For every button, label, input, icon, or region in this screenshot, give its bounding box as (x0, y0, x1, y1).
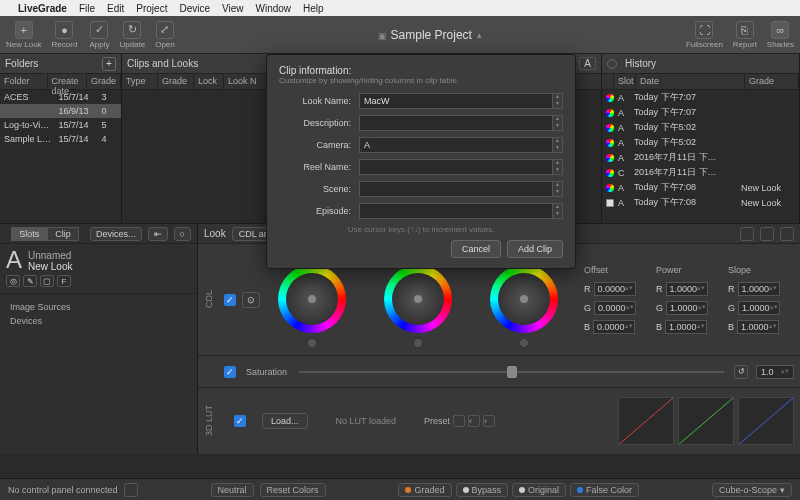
history-row[interactable]: AToday 下午7:07 (602, 105, 799, 120)
field-input-4[interactable] (359, 181, 553, 197)
slot-icon-2[interactable]: ✎ (23, 275, 37, 287)
lut-enable-checkbox[interactable]: ✓ (234, 415, 246, 427)
field-input-5[interactable] (359, 203, 553, 219)
preset-next-icon[interactable]: › (483, 415, 495, 427)
color-wheel-power[interactable] (384, 265, 452, 333)
history-row[interactable]: C2016年7月11日 下… (602, 165, 799, 180)
look-action-1[interactable] (740, 227, 754, 241)
stepper[interactable]: ▲▼ (553, 181, 563, 197)
offset-g-input[interactable]: 0.0000▴▾ (594, 301, 636, 315)
lut-preset[interactable]: Preset‹› (424, 415, 495, 427)
look-label: Look (204, 228, 226, 239)
tree-devices[interactable]: Devices (10, 314, 187, 328)
footer: No control panel connected Neutral Reset… (0, 478, 800, 500)
slot-icon-3[interactable]: ▢ (40, 275, 54, 287)
field-input-3[interactable] (359, 159, 553, 175)
preset-dropdown-icon (453, 415, 465, 427)
stepper[interactable]: ▲▼ (553, 93, 563, 109)
history-row[interactable]: AToday 下午7:07 (602, 90, 799, 105)
slot-nav-prev[interactable]: ⇤ (148, 227, 168, 241)
mode-original[interactable]: Original (512, 483, 566, 497)
history-row[interactable]: A2016年7月11日 下… (602, 150, 799, 165)
slot-icon-4[interactable]: F (57, 275, 71, 287)
field-input-0[interactable] (359, 93, 553, 109)
history-target-icon[interactable] (607, 59, 617, 69)
menu-device[interactable]: Device (179, 3, 210, 14)
apply-button[interactable]: ✓Apply (89, 21, 109, 49)
menu-file[interactable]: File (79, 3, 95, 14)
mode-bypass[interactable]: Bypass (456, 483, 509, 497)
offset-r-input[interactable]: 0.0000▴▾ (594, 282, 636, 296)
shades-button[interactable]: ∞Shades (767, 21, 794, 49)
luma-knob[interactable] (519, 338, 529, 348)
power-g-input[interactable]: 1.0000▴▾ (666, 301, 708, 315)
luma-knob[interactable] (307, 338, 317, 348)
add-folder-button[interactable]: + (102, 57, 116, 71)
update-button[interactable]: ↻Update (119, 21, 145, 49)
slope-r-input[interactable]: 1.0000▴▾ (738, 282, 780, 296)
open-button[interactable]: ⤢Open (155, 21, 175, 49)
field-input-1[interactable] (359, 115, 553, 131)
stepper[interactable]: ▲▼ (553, 203, 563, 219)
menu-project[interactable]: Project (136, 3, 167, 14)
report-button[interactable]: ⎘Report (733, 21, 757, 49)
menu-window[interactable]: Window (255, 3, 291, 14)
menu-edit[interactable]: Edit (107, 3, 124, 14)
mode-false-color[interactable]: False Color (570, 483, 639, 497)
folder-row[interactable]: Log-to-Vi…15/7/145 (0, 118, 121, 132)
cdl-inspect-button[interactable]: ⊙ (242, 292, 260, 308)
folders-title: Folders (5, 58, 38, 69)
stepper[interactable]: ▲▼ (553, 137, 563, 153)
stepper[interactable]: ▲▼ (553, 159, 563, 175)
tab-clip[interactable]: Clip (47, 227, 79, 241)
slope-b-input[interactable]: 1.0000▴▾ (737, 320, 779, 334)
new-look-button[interactable]: +New Look (6, 21, 42, 49)
look-action-2[interactable] (760, 227, 774, 241)
saturation-value[interactable]: 1.0▴▾ (756, 365, 794, 379)
slope-g-input[interactable]: 1.0000▴▾ (738, 301, 780, 315)
app-name[interactable]: LiveGrade (18, 3, 67, 14)
field-input-2[interactable] (359, 137, 553, 153)
record-button[interactable]: ●Record (52, 21, 78, 49)
mode-graded[interactable]: Graded (398, 483, 451, 497)
history-row[interactable]: AToday 下午7:08New Look (602, 180, 799, 195)
lut-load-button[interactable]: Load... (262, 413, 308, 429)
menu-view[interactable]: View (222, 3, 244, 14)
folder-row[interactable]: 16/9/130 (0, 104, 121, 118)
preset-prev-icon[interactable]: ‹ (468, 415, 480, 427)
tree-image-sources[interactable]: Image Sources (10, 300, 187, 314)
slot-a[interactable]: A Unnamed New Look ◎✎▢F (0, 244, 197, 294)
filter-value[interactable]: A (579, 57, 596, 70)
offset-b-input[interactable]: 0.0000▴▾ (593, 320, 635, 334)
fullscreen-button[interactable]: ⛶Fullscreen (686, 21, 723, 49)
saturation-slider[interactable] (299, 371, 724, 373)
slot-icon-1[interactable]: ◎ (6, 275, 20, 287)
devices-button[interactable]: Devices... (90, 227, 142, 241)
color-wheel-slope[interactable] (490, 265, 558, 333)
saturation-enable-checkbox[interactable]: ✓ (224, 366, 236, 378)
stepper[interactable]: ▲▼ (553, 115, 563, 131)
panel-icon[interactable] (124, 483, 138, 497)
reset-colors-button[interactable]: Reset Colors (260, 483, 326, 497)
project-title[interactable]: ▣Sample Project ▲ (175, 28, 686, 42)
add-clip-button[interactable]: Add Clip (507, 240, 563, 258)
colorwheel-icon (606, 94, 614, 102)
cdl-enable-checkbox[interactable]: ✓ (224, 294, 236, 306)
power-r-input[interactable]: 1.0000▴▾ (666, 282, 708, 296)
tab-slots[interactable]: Slots (11, 227, 47, 241)
history-row[interactable]: AToday 下午5:02 (602, 120, 799, 135)
menu-help[interactable]: Help (303, 3, 324, 14)
folder-row[interactable]: ACES15/7/143 (0, 90, 121, 104)
history-row[interactable]: AToday 下午7:08New Look (602, 195, 799, 210)
scope-button[interactable]: Cube-o-Scope ▾ (712, 483, 792, 497)
slot-reset[interactable]: ○ (174, 227, 191, 241)
cancel-button[interactable]: Cancel (451, 240, 501, 258)
luma-knob[interactable] (413, 338, 423, 348)
power-b-input[interactable]: 1.0000▴▾ (665, 320, 707, 334)
look-action-3[interactable] (780, 227, 794, 241)
history-row[interactable]: AToday 下午5:02 (602, 135, 799, 150)
folder-row[interactable]: Sample L…15/7/144 (0, 132, 121, 146)
neutral-button[interactable]: Neutral (211, 483, 254, 497)
saturation-reset-button[interactable]: ↺ (734, 365, 748, 379)
color-wheel-offset[interactable] (278, 265, 346, 333)
